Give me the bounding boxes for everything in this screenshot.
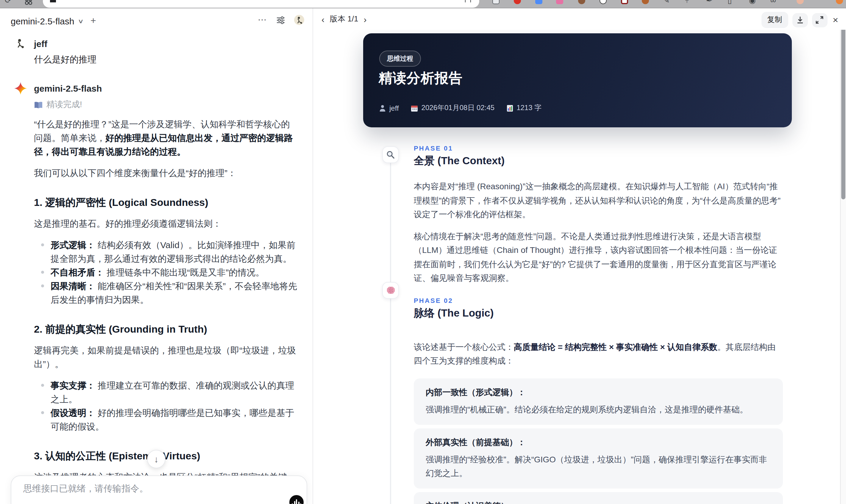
- report-title: 精读分析报告: [378, 69, 463, 88]
- calendar-icon: [411, 104, 418, 112]
- copy-button[interactable]: 复制: [761, 12, 788, 28]
- model-selector[interactable]: gemini-2.5-flash: [11, 16, 74, 26]
- list-item: 因果清晰： 能准确区分“相关性”和“因果关系”，不会轻率地将先后发生的事情归为因…: [34, 279, 298, 306]
- voice-input-button[interactable]: [289, 495, 304, 504]
- section-2-title: 2. 前提的真实性 (Grounding in Truth): [34, 323, 298, 336]
- phase-2-lead: 该论述基于一个核心公式：高质量结论 = 结构完整性 × 事实准确性 × 认知自律…: [414, 340, 783, 368]
- extension-panda-icon[interactable]: [600, 0, 607, 4]
- bullet-dot: [41, 271, 44, 274]
- report-scrollbar-thumb[interactable]: [841, 25, 845, 199]
- settings-sliders-icon[interactable]: [276, 15, 285, 24]
- browser-profile-avatar[interactable]: [797, 0, 804, 4]
- extension-pink-icon[interactable]: [556, 0, 563, 4]
- meta-datetime: 2026年01月08日 02:45: [411, 103, 495, 113]
- brain-icon: [386, 286, 395, 294]
- logic-card-1: 内部一致性（形式逻辑）： 强调推理的“机械正确”。结论必须在给定的规则系统内逻辑…: [414, 378, 783, 425]
- phase-1-label: PHASE 01: [414, 145, 783, 152]
- extension-eye-icon[interactable]: ◉: [749, 0, 756, 5]
- composer-actions: +: [22, 502, 69, 504]
- book-icon: [34, 101, 43, 109]
- assistant-content: “什么是好的推理？”这是一个涉及逻辑学、认知科学和哲学核心的问题。简单来说，好的…: [34, 117, 298, 504]
- section-1-intro: 这是推理的基石。好的推理必须遵循逻辑法则：: [34, 217, 298, 230]
- phase-timeline-line: [390, 162, 391, 504]
- section-2-intro: 逻辑再完美，如果前提是错误的，推理也是垃圾（即“垃圾进，垃圾出”）。: [34, 343, 298, 371]
- report-toolbar: ‹ 版本 1/1 › 复制: [313, 8, 846, 30]
- version-next-button[interactable]: ›: [364, 15, 367, 23]
- composer-input[interactable]: 思维接口已就绪，请传输指令。: [23, 483, 295, 494]
- magnifier-icon: [386, 150, 395, 159]
- extension-phone-icon[interactable]: ▯: [727, 0, 732, 5]
- address-bar[interactable]: [43, 0, 479, 8]
- extension-orange-icon[interactable]: [642, 0, 649, 4]
- gemini-logo-icon: [14, 82, 27, 94]
- main-area: gemini-2.5-flash ∨ + ⋯: [0, 8, 846, 504]
- bar-chart-icon: [506, 104, 513, 112]
- phase-sections: PHASE 01 全景 (The Context) 本内容是对“推理 (Reas…: [414, 145, 783, 504]
- more-options-button[interactable]: ⋯: [258, 14, 267, 25]
- meta-word-count: 1213 字: [506, 103, 542, 113]
- logic-card-2: 外部真实性（前提基础）： 强调推理的“经验校准”。解决“GIGO（垃圾进，垃圾出…: [414, 428, 783, 488]
- expand-icon: [816, 16, 823, 24]
- close-panel-button[interactable]: ×: [831, 15, 840, 25]
- list-item: 假设透明： 好的推理会明确指明哪些是已知事实，哪些是基于可能的假设。: [34, 406, 298, 433]
- section-2-bullets: 事实支撑： 推理建立在可靠的数据、准确的观测或公认的真理之上。 假设透明： 好的…: [34, 378, 298, 433]
- attach-plus-button[interactable]: +: [22, 502, 28, 504]
- apps-grid-icon[interactable]: [25, 0, 32, 5]
- logic-card-3: 主体伦理（认识美德）： 转向推理者的心理特征。引入奥卡姆剃刀和反向论证，旨在克服…: [414, 492, 783, 504]
- browser-menu-orange-icon[interactable]: [836, 0, 843, 4]
- chevron-down-icon[interactable]: ∨: [78, 18, 84, 24]
- phase-2-title: 脉络 (The Logic): [414, 306, 783, 320]
- extension-split-icon[interactable]: ⑂: [685, 0, 689, 5]
- bookmark-icon[interactable]: [465, 0, 471, 2]
- report-scrollbar-track[interactable]: [840, 24, 846, 504]
- list-item: 不自相矛盾： 推理链条中不能出现“既是又非”的情况。: [34, 265, 298, 279]
- phase-1-icon-box: [382, 146, 399, 163]
- phase-1-paragraph-1: 本内容是对“推理 (Reasoning)”这一抽象概念的高层建模。在知识爆炸与人…: [414, 180, 783, 222]
- phase-2-icon-box: [382, 282, 399, 299]
- user-name: jeff: [34, 38, 47, 49]
- bullet-dot: [41, 244, 44, 246]
- extension-darkred-icon[interactable]: [621, 0, 628, 4]
- extension-pen-icon[interactable]: ✎: [663, 0, 670, 5]
- version-prev-button[interactable]: ‹: [321, 15, 324, 23]
- phase-1-title: 全景 (The Context): [414, 154, 783, 168]
- lead-paragraph: 我们可以从以下四个维度来衡量什么是“好的推理”：: [34, 166, 298, 180]
- reload-icon[interactable]: ⟳: [5, 0, 11, 5]
- download-icon: [796, 16, 804, 24]
- report-hero-card: 思维过程 精读分析报告 jeff 2026年01月08日 02:45 1213 …: [363, 33, 792, 127]
- status-text: 精读完成!: [47, 100, 82, 110]
- new-chat-button[interactable]: +: [90, 16, 96, 26]
- person-icon: [379, 104, 386, 112]
- extension-pin-icon[interactable]: ✒: [706, 0, 712, 5]
- section-1-title: 1. 逻辑的严密性 (Logical Soundness): [34, 196, 298, 210]
- report-meta: jeff 2026年01月08日 02:45 1213 字: [379, 103, 542, 113]
- extension-goggles-icon[interactable]: [492, 0, 499, 4]
- extension-blue-icon[interactable]: [535, 0, 542, 4]
- scroll-to-bottom-button[interactable]: ↓: [147, 450, 165, 468]
- reader-menu-icon: [50, 0, 56, 2]
- extension-glasses-icon[interactable]: ∞: [770, 0, 776, 5]
- report-panel: ‹ 版本 1/1 › 复制: [313, 8, 846, 504]
- extension-brown-icon[interactable]: [578, 0, 585, 4]
- browser-toolbar: ⟳ ✎ ⑂ ✒ ▯ ◉ ∞: [0, 0, 846, 8]
- meta-author: jeff: [379, 104, 399, 112]
- user-avatar[interactable]: [294, 15, 304, 25]
- section-3-title: 3. 认知的公正性 (Epistemic Virtues): [34, 449, 298, 463]
- assistant-message: gemini-2.5-flash 精读完成! “什么是好的推理？”这是一个涉及逻…: [14, 82, 298, 504]
- extension-red-icon[interactable]: [514, 0, 521, 4]
- expand-button[interactable]: [812, 13, 827, 27]
- composer[interactable]: 思维接口已就绪，请传输指令。 +: [11, 475, 307, 504]
- user-message: jeff 什么是好的推理: [14, 37, 298, 66]
- list-item: 事实支撑： 推理建立在可靠的数据、准确的观测或公认的真理之上。: [34, 378, 298, 406]
- chat-header: gemini-2.5-flash ∨ + ⋯: [0, 8, 313, 35]
- phase-1-paragraph-2: 核心情境在于解决“思考的随意性”问题。不论是人类通过批判性思维进行决策，还是大语…: [414, 229, 783, 285]
- intro-paragraph: “什么是好的推理？”这是一个涉及逻辑学、认知科学和哲学核心的问题。简单来说，好的…: [34, 117, 298, 158]
- phase-2-label: PHASE 02: [414, 296, 783, 304]
- hero-badge: 思维过程: [379, 51, 421, 67]
- status-line: 精读完成!: [34, 100, 298, 110]
- user-message-text: 什么是好的推理: [34, 54, 298, 66]
- section-1-bullets: 形式逻辑： 结构必须有效（Valid）。比如演绎推理中，如果前提全部为真，那么通…: [34, 238, 298, 306]
- arrow-down-icon: ↓: [154, 454, 159, 464]
- bullet-dot: [41, 384, 44, 387]
- download-button[interactable]: [792, 13, 808, 27]
